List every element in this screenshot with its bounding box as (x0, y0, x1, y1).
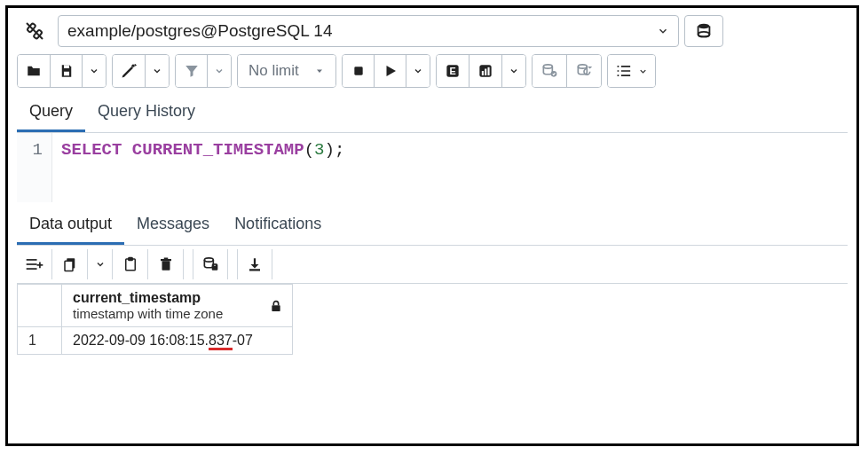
explain-button[interactable]: E (437, 55, 470, 87)
svg-rect-16 (488, 67, 490, 75)
rollback-button[interactable] (567, 55, 601, 87)
code-function: CURRENT_TIMESTAMP (132, 140, 304, 160)
connection-selector[interactable]: example/postgres@PostgreSQL 14 (58, 15, 679, 47)
svg-rect-32 (65, 261, 73, 271)
save-dropdown[interactable] (83, 55, 106, 87)
editor-code[interactable]: SELECT CURRENT_TIMESTAMP(3); (52, 133, 344, 202)
explain-analyze-button[interactable] (470, 55, 502, 87)
svg-rect-40 (213, 264, 216, 267)
paste-button[interactable] (113, 249, 148, 279)
row-limit-label: No limit (249, 62, 299, 80)
connection-label: example/postgres@PostgreSQL 14 (67, 21, 332, 41)
svg-rect-43 (272, 305, 280, 311)
add-row-button[interactable] (17, 249, 52, 279)
svg-point-4 (698, 32, 710, 36)
svg-rect-34 (128, 258, 132, 261)
open-file-button[interactable] (18, 55, 51, 87)
column-name: current_timestamp (73, 290, 256, 306)
save-data-button[interactable] (193, 249, 228, 279)
svg-point-19 (578, 65, 587, 68)
result-table: current_timestamp timestamp with time zo… (17, 284, 293, 355)
svg-rect-37 (163, 258, 168, 260)
svg-text:E: E (449, 66, 455, 76)
svg-rect-36 (161, 259, 171, 261)
tab-data-output[interactable]: Data output (17, 208, 124, 245)
query-toolbar: No limit E (17, 54, 848, 88)
edit-button[interactable] (113, 55, 146, 87)
row-number-header[interactable] (18, 285, 62, 327)
chevron-down-icon (657, 25, 669, 37)
svg-point-38 (204, 258, 213, 262)
filter-dropdown[interactable] (208, 55, 231, 87)
highlighted-fraction: 837 (209, 333, 233, 350)
line-number: 1 (17, 140, 43, 160)
svg-marker-10 (386, 66, 396, 76)
tab-query[interactable]: Query (17, 95, 85, 132)
new-connection-button[interactable] (684, 15, 723, 47)
execute-button[interactable] (375, 55, 406, 87)
svg-rect-9 (354, 67, 362, 75)
svg-rect-6 (64, 72, 69, 76)
commit-button[interactable] (533, 55, 567, 87)
lock-icon (269, 298, 283, 314)
table-row[interactable]: 1 2022-09-09 16:08:15.837-07 (18, 327, 293, 355)
explain-dropdown[interactable] (502, 55, 525, 87)
stop-button[interactable] (343, 55, 375, 87)
svg-rect-5 (64, 65, 69, 68)
svg-marker-41 (251, 264, 259, 269)
copy-dropdown[interactable] (88, 249, 113, 279)
svg-rect-42 (249, 269, 260, 271)
execute-dropdown[interactable] (406, 55, 430, 87)
copy-button[interactable] (52, 249, 88, 279)
svg-marker-8 (317, 70, 322, 74)
tab-messages[interactable]: Messages (124, 208, 222, 245)
output-toolbar (17, 246, 848, 284)
column-header[interactable]: current_timestamp timestamp with time zo… (62, 285, 293, 327)
row-limit-select[interactable]: No limit (238, 55, 335, 87)
tab-notifications[interactable]: Notifications (222, 208, 334, 245)
tab-query-history[interactable]: Query History (85, 95, 208, 132)
edit-dropdown[interactable] (146, 55, 169, 87)
save-button[interactable] (51, 55, 83, 87)
svg-point-3 (698, 24, 710, 29)
column-type: timestamp with time zone (73, 306, 256, 321)
connection-status-icon[interactable] (17, 15, 52, 47)
macros-button[interactable] (608, 55, 655, 87)
delete-button[interactable] (148, 249, 184, 279)
svg-rect-15 (485, 69, 486, 76)
download-button[interactable] (237, 249, 272, 279)
svg-rect-14 (482, 71, 484, 75)
code-keyword: SELECT (61, 140, 122, 160)
editor-gutter: 1 (17, 133, 52, 202)
code-number: 3 (314, 140, 324, 160)
output-tabs: Data output Messages Notifications (17, 208, 848, 246)
row-number: 1 (18, 327, 62, 355)
filter-button[interactable] (176, 55, 208, 87)
cell-value[interactable]: 2022-09-09 16:08:15.837-07 (62, 327, 293, 355)
svg-point-17 (543, 65, 552, 68)
svg-rect-35 (162, 261, 170, 271)
editor-tabs: Query Query History (17, 95, 848, 133)
sql-editor[interactable]: 1 SELECT CURRENT_TIMESTAMP(3); (17, 133, 848, 202)
